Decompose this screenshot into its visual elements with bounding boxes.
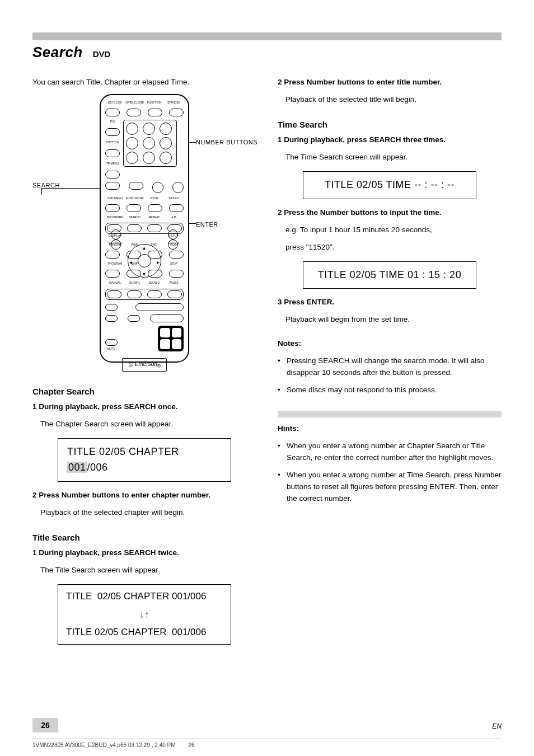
- num-3-button[interactable]: [160, 123, 172, 135]
- dpad[interactable]: ▴ ▾ ◂ ▸: [128, 244, 161, 278]
- zoom-button[interactable]: [148, 204, 162, 212]
- num-4-button[interactable]: [126, 137, 138, 149]
- osd-text: TITLE: [66, 591, 92, 602]
- dvdmenu-button[interactable]: [105, 204, 120, 212]
- chapter-step-1: 1 During playback, press SEARCH once.: [32, 401, 256, 413]
- num-2-button[interactable]: [143, 123, 155, 135]
- callout-line: [188, 142, 196, 143]
- program-button[interactable]: [105, 270, 120, 278]
- notes-list: Pressing SEARCH will change the search m…: [278, 355, 502, 396]
- enter-button[interactable]: [138, 254, 151, 267]
- osd-text: TITLE 02/05 CHAPTER: [66, 627, 167, 637]
- num-7-button[interactable]: [126, 152, 138, 164]
- lbl: AUDIO MODE: [125, 196, 144, 201]
- time-step-2-eg-b: press "11520".: [278, 242, 502, 253]
- pc-button[interactable]: [105, 128, 120, 136]
- osd-title-search: TITLE 02/05 CHAPTER 001/006 ↓↑ TITLE 02/…: [58, 584, 231, 645]
- osd-highlight: 001: [67, 462, 87, 473]
- intro-text: You can search Title, Chapter or elapsed…: [32, 77, 256, 88]
- lbl: TP MENU: [106, 162, 119, 166]
- step-text: 1 During playback, press SEARCH three ti…: [278, 135, 446, 144]
- num-1-button[interactable]: [126, 123, 138, 135]
- tuning-up-button[interactable]: [172, 328, 182, 338]
- preset-down-button[interactable]: [160, 339, 170, 349]
- number-buttons-block: [123, 120, 177, 167]
- pause-button[interactable]: [167, 290, 182, 298]
- open-close-button[interactable]: [127, 109, 141, 116]
- callout-search: SEARCH: [32, 181, 60, 190]
- tpmenu-button[interactable]: [105, 171, 120, 179]
- bass2-button[interactable]: [169, 204, 184, 212]
- bass-button[interactable]: [105, 304, 118, 311]
- stop-button[interactable]: [169, 270, 184, 278]
- lbl: SLOW-1: [125, 281, 144, 285]
- remote-row: [105, 109, 184, 116]
- random-button[interactable]: [105, 251, 120, 259]
- remote-label-row: KEY LOCK OPEN/CLOSE FUNCTION STANDBY: [105, 101, 184, 105]
- lbl: RETURN: [109, 241, 122, 246]
- osd-text: TITLE 02/05 CHAPTER: [67, 446, 179, 457]
- slow2-button[interactable]: [147, 290, 162, 298]
- lbl: PAUSE: [164, 281, 184, 285]
- search-button[interactable]: [127, 224, 142, 232]
- osd-highlight: 02: [97, 591, 108, 602]
- page-title-row: Search DVD: [32, 44, 502, 61]
- ascene-button[interactable]: [105, 182, 120, 190]
- time-step-2-eg-a: e.g. To input 1 hour 15 minutes 20 secon…: [278, 224, 502, 236]
- mute-button[interactable]: [105, 339, 118, 346]
- volume-bar[interactable]: [135, 303, 184, 311]
- num-8-button[interactable]: [143, 152, 155, 164]
- lbl: SEARCH: [125, 215, 144, 220]
- hint-item: When you enter a wrong number at Chapter…: [278, 440, 502, 464]
- preset-up-button[interactable]: [160, 328, 170, 338]
- lbl: SUBTITLE: [106, 140, 119, 145]
- num-0-button[interactable]: [152, 182, 163, 193]
- osd-time-search-blank: TITLE 02/05 TIME -- : -- : --: [303, 171, 476, 199]
- chapter-step-2-note: Playback of the selected chapter will be…: [32, 507, 256, 519]
- num-6-button[interactable]: [160, 137, 172, 149]
- function-button[interactable]: [148, 109, 162, 116]
- osd-highlight: 001: [172, 627, 188, 637]
- lbl: MUTE: [107, 347, 115, 351]
- lbl: REPEAT: [144, 215, 164, 220]
- notes-heading: Notes:: [278, 338, 502, 350]
- num-9-button[interactable]: [160, 152, 172, 164]
- repeat-button[interactable]: [147, 224, 162, 232]
- standby-button[interactable]: [169, 109, 184, 116]
- lbl: P/C: [110, 120, 115, 124]
- time-search-heading: Time Search: [278, 118, 502, 131]
- footer-divider: [32, 739, 502, 739]
- chapter-step-1-note: The Chapter Search screen will appear.: [32, 419, 256, 430]
- step-text: 2 Press Number buttons to enter title nu…: [278, 78, 442, 86]
- manual-button[interactable]: [107, 290, 121, 298]
- aux-button[interactable]: [105, 315, 118, 322]
- lang-label: EN: [492, 722, 502, 730]
- num-plus10-button[interactable]: [172, 182, 184, 193]
- slow1-button[interactable]: [127, 290, 142, 298]
- onoff-button[interactable]: [150, 314, 184, 322]
- key-lock-button[interactable]: [105, 109, 120, 116]
- num-5-button[interactable]: [143, 137, 155, 149]
- angle-button[interactable]: [129, 182, 143, 190]
- play-button[interactable]: [169, 251, 184, 259]
- remote-row: [105, 182, 184, 193]
- lbl: KEY LOCK: [105, 101, 125, 105]
- lbl: STANDBY: [164, 101, 184, 105]
- time-step-1: 1 During playback, press SEARCH three ti…: [278, 134, 502, 146]
- page-title: Search: [32, 44, 83, 61]
- hint-item: When you enter a wrong number at Time Se…: [278, 469, 502, 505]
- left-column: You can search Title, Chapter or elapsed…: [32, 77, 256, 652]
- remote-label-row: DVD MENU AUDIO MODE ZOOM BASS-2: [105, 196, 184, 201]
- brand-label: ◎ Emerson®: [122, 358, 167, 372]
- subtitle-button[interactable]: [105, 149, 120, 157]
- fm-button[interactable]: [128, 315, 140, 322]
- lbl: PROGRAM: [105, 262, 125, 266]
- osd-chapter-search: TITLE 02/05 CHAPTER 001/006: [58, 438, 231, 482]
- tuning-down-button[interactable]: [172, 339, 182, 349]
- osd-time-search-filled: TITLE 02/05 TIME 01 : 15 : 20: [303, 261, 476, 289]
- osd-row: TITLE 02/05 CHAPTER 001/006: [58, 585, 231, 608]
- audiomode-button[interactable]: [127, 204, 141, 212]
- callout-number: NUMBER BUTTONS: [196, 138, 257, 147]
- title-step-2-note: Playback of the selected title will begi…: [278, 94, 502, 106]
- page-subtitle: DVD: [93, 49, 111, 59]
